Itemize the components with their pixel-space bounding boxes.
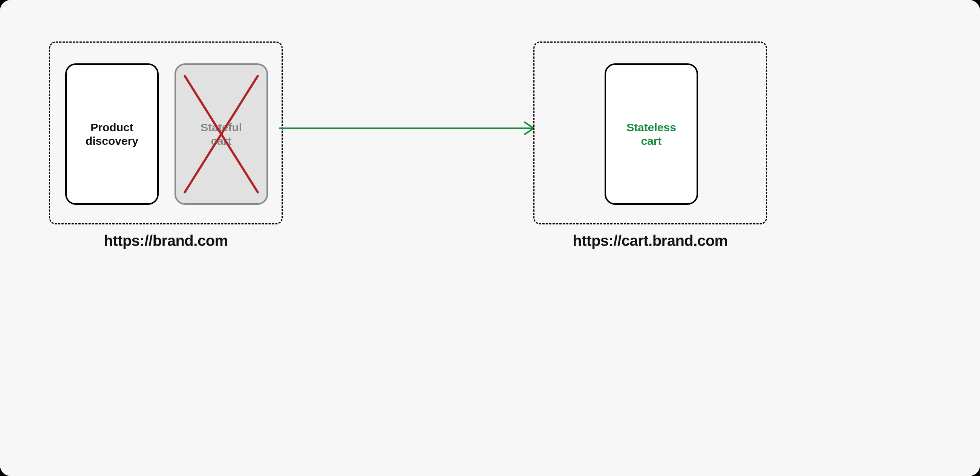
transition-arrow xyxy=(279,121,539,136)
card-stateful-cart-label: Statefulcart xyxy=(200,121,242,148)
card-stateless-cart: Statelesscart xyxy=(605,63,698,205)
card-product-discovery-label: Productdiscovery xyxy=(86,121,138,148)
zone-brand-url: https://brand.com xyxy=(50,223,282,249)
zone-cart-brand-url: https://cart.brand.com xyxy=(535,223,766,249)
card-product-discovery: Productdiscovery xyxy=(65,63,159,205)
arrow-right-icon xyxy=(279,121,539,136)
diagram-canvas: Productdiscovery Statefulcart https://br… xyxy=(0,0,980,476)
zone-cart-brand: Statelesscart https://cart.brand.com xyxy=(533,42,767,224)
card-stateless-cart-label: Statelesscart xyxy=(627,121,676,148)
zone-brand: Productdiscovery Statefulcart https://br… xyxy=(49,42,283,224)
card-stateful-cart: Statefulcart xyxy=(175,63,268,205)
